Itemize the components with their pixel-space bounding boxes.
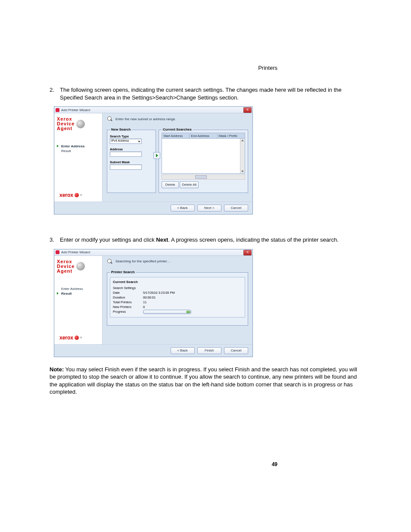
brand: Xerox Device Agent: [57, 117, 100, 131]
wizard-sidebar: Xerox Device Agent Enter Address Result …: [54, 256, 103, 344]
close-button[interactable]: X: [243, 107, 252, 113]
xerox-ball-icon: [75, 336, 79, 340]
document-page: Printers 2. The following screen opens, …: [0, 0, 411, 532]
wizard-content: Searching for the specified printer… Pri…: [103, 256, 252, 344]
new-search-group: New Search Search Type IPv4 Address Addr…: [107, 130, 156, 193]
brand-text: Xerox Device Agent: [57, 259, 75, 274]
printer-search-group: Printer Search Current Search Search Set…: [107, 272, 248, 326]
search-type-select[interactable]: IPv4 Address: [110, 139, 142, 144]
brand-sphere-icon: [76, 262, 85, 271]
wizard-sidebar: Xerox Device Agent Enter Address Result …: [54, 113, 103, 202]
row-total-printers: Total Printers11: [113, 300, 242, 305]
app-icon: [56, 250, 59, 254]
current-search-box: Current Search Search Settings Date5/17/…: [110, 277, 245, 317]
progress-bar: [143, 310, 191, 314]
xerox-logo: xerox ®: [59, 192, 82, 198]
step-number: 3.: [50, 236, 60, 244]
add-printer-wizard-search-settings: Add Printer Wizard X Xerox Device Agent …: [54, 106, 253, 215]
app-icon: [56, 108, 59, 112]
current-search-title: Current Search: [113, 280, 242, 284]
wizard-subtitle: Enter the new subnet or address range.: [115, 117, 176, 121]
magnifier-icon: [107, 116, 113, 122]
row-progress: Progress: [113, 309, 242, 314]
current-searches-legend: Current Searches: [162, 128, 193, 131]
subnet-mask-label: Subnet Mask: [110, 160, 153, 164]
xerox-logo: xerox ®: [59, 335, 82, 341]
titlebar[interactable]: Add Printer Wizard X: [54, 249, 252, 256]
step-text: Enter or modify your settings and click …: [60, 236, 361, 244]
finish-button[interactable]: Finish: [197, 347, 221, 354]
delete-button[interactable]: Delete: [162, 181, 179, 188]
horizontal-scrollbar[interactable]: [162, 174, 245, 180]
address-label: Address: [110, 147, 153, 151]
window-title: Add Printer Wizard: [61, 108, 90, 112]
section-header: Printers: [258, 65, 277, 71]
wizard-footer: < Back Finish Cancel: [54, 344, 252, 357]
page-number: 49: [272, 461, 277, 467]
brand: Xerox Device Agent: [57, 259, 100, 274]
search-type-label: Search Type: [110, 134, 153, 138]
nav-result[interactable]: Result: [57, 149, 100, 153]
cancel-button[interactable]: Cancel: [224, 205, 248, 212]
row-date: Date5/17/2010 3:23:05 PM: [113, 290, 242, 295]
wizard-content: Enter the new subnet or address range. N…: [103, 113, 252, 202]
nav-enter-address[interactable]: Enter Address: [57, 144, 100, 149]
delete-all-button[interactable]: Delete All: [180, 181, 199, 188]
add-printer-wizard-progress: Add Printer Wizard X Xerox Device Agent …: [54, 249, 253, 357]
step-3: 3. Enter or modify your settings and cli…: [50, 236, 361, 244]
window-title: Add Printer Wizard: [61, 250, 90, 254]
step-text: The following screen opens, indicating t…: [60, 86, 361, 101]
brand-sphere-icon: [76, 120, 85, 128]
nav-result[interactable]: Result: [57, 291, 100, 296]
note-paragraph: Note: You may select Finish even if the …: [50, 366, 361, 396]
next-button[interactable]: Next >: [197, 205, 221, 212]
add-to-list-button[interactable]: [153, 152, 160, 159]
magnifier-icon: [107, 258, 113, 264]
row-new-printers: New Printers0: [113, 305, 242, 309]
row-duration: Duration00:00:01: [113, 295, 242, 300]
step-2: 2. The following screen opens, indicatin…: [50, 86, 361, 101]
subnet-mask-input[interactable]: [110, 165, 142, 170]
searches-table-body[interactable]: [162, 139, 245, 174]
scroll-thumb[interactable]: [195, 175, 207, 179]
step-number: 2.: [50, 86, 60, 101]
brand-text: Xerox Device Agent: [57, 117, 75, 131]
col-start-address[interactable]: Start Address: [162, 134, 190, 138]
row-search-settings: Search Settings: [113, 286, 242, 290]
wizard-subtitle: Searching for the specified printer…: [115, 259, 171, 263]
wizard-footer: < Back Next > Cancel: [54, 202, 252, 214]
col-end-address[interactable]: End Address: [190, 134, 217, 138]
xerox-ball-icon: [75, 193, 79, 197]
vertical-scrollbar[interactable]: [240, 139, 245, 173]
nav-enter-address[interactable]: Enter Address: [57, 286, 100, 291]
col-mask-prefix[interactable]: Mask / Prefix: [218, 134, 245, 138]
cancel-button[interactable]: Cancel: [224, 347, 248, 354]
titlebar[interactable]: Add Printer Wizard X: [54, 107, 252, 113]
back-button[interactable]: < Back: [171, 205, 195, 212]
new-search-legend: New Search: [110, 128, 132, 131]
address-input[interactable]: [110, 152, 142, 157]
current-searches-group: Current Searches Start Address End Addre…: [159, 130, 248, 193]
printer-search-legend: Printer Search: [110, 270, 136, 274]
searches-table-header: Start Address End Address Mask / Prefix: [162, 133, 245, 139]
back-button[interactable]: < Back: [171, 347, 195, 354]
progress-fill: [186, 311, 190, 313]
close-button[interactable]: X: [243, 250, 252, 255]
